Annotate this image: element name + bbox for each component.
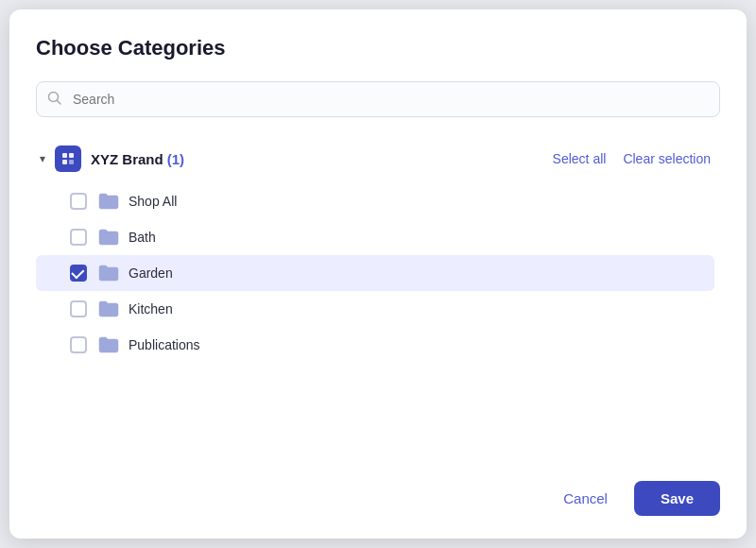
brand-count: (1) [167, 151, 184, 167]
folder-icon [98, 265, 119, 282]
svg-line-1 [58, 101, 61, 105]
category-name: Kitchen [129, 301, 173, 317]
brand-name: XYZ Brand [91, 151, 163, 167]
list-item[interactable]: Publications [36, 327, 714, 363]
category-name: Bath [129, 230, 156, 245]
folder-icon [98, 193, 119, 210]
folder-icon [98, 300, 119, 317]
select-all-button[interactable]: Select all [553, 151, 607, 166]
category-name: Shop All [129, 194, 177, 209]
folder-icon [98, 229, 119, 246]
category-checkbox-kitchen[interactable] [70, 300, 87, 317]
brand-header: ▾ XYZ Brand (1) Select all Clear selecti… [36, 138, 714, 180]
category-checkbox-publications[interactable] [70, 336, 87, 353]
category-name: Publications [129, 337, 200, 352]
category-checkbox-garden[interactable] [70, 265, 87, 282]
dialog-title: Choose Categories [36, 36, 720, 60]
chevron-down-icon[interactable]: ▾ [40, 152, 45, 165]
search-icon [47, 91, 61, 108]
category-checkbox-shop-all[interactable] [70, 193, 87, 210]
brand-actions: Select all Clear selection [553, 151, 711, 166]
category-list: Shop All Bath Garden [36, 183, 714, 363]
list-item[interactable]: Shop All [36, 183, 714, 219]
dialog-content: Choose Categories ▾ [9, 9, 747, 466]
category-name: Garden [129, 265, 173, 281]
list-item[interactable]: Kitchen [36, 291, 714, 327]
list-item[interactable]: Bath [36, 219, 714, 255]
svg-rect-3 [69, 153, 74, 158]
svg-rect-2 [62, 153, 67, 158]
choose-categories-dialog: Choose Categories ▾ [9, 9, 747, 539]
svg-rect-4 [62, 160, 67, 164]
search-input[interactable] [36, 81, 720, 117]
list-item[interactable]: Garden [36, 255, 714, 291]
clear-selection-button[interactable]: Clear selection [623, 151, 711, 166]
category-checkbox-bath[interactable] [70, 229, 87, 246]
dialog-footer: Cancel Save [9, 466, 747, 539]
brand-logo [55, 146, 81, 172]
search-container [36, 81, 720, 117]
folder-icon [98, 336, 119, 353]
cancel-button[interactable]: Cancel [548, 483, 623, 514]
save-button[interactable]: Save [634, 481, 720, 516]
svg-rect-5 [69, 160, 74, 164]
categories-scroll-area[interactable]: ▾ XYZ Brand (1) Select all Clear selecti… [36, 138, 720, 447]
